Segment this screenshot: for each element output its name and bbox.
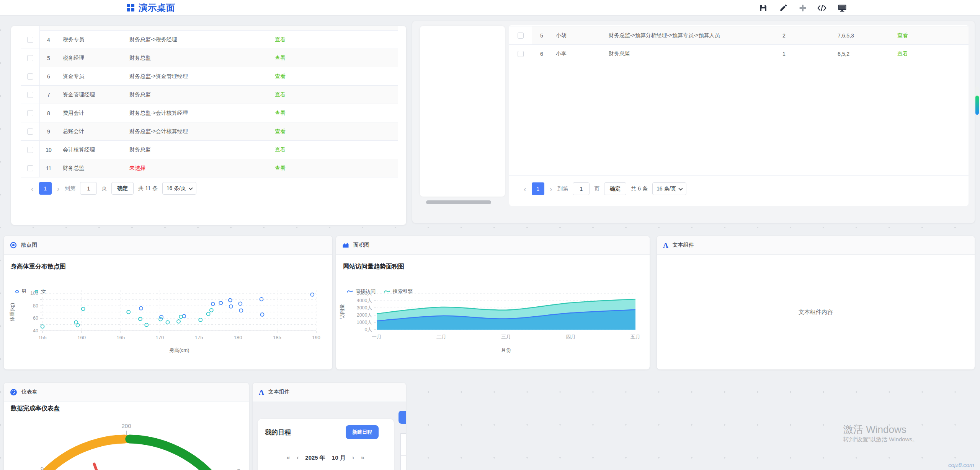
next-month-button[interactable]: › xyxy=(352,454,354,462)
staff-current-page[interactable]: 1 xyxy=(532,182,544,195)
svg-text:一月: 一月 xyxy=(372,334,382,340)
staff-count: 1 xyxy=(777,51,823,57)
horizontal-scrollbar-thumb[interactable] xyxy=(426,200,491,204)
table-row: 8费用会计财务总监->会计核算经理查看 xyxy=(21,104,398,122)
table-row: 10会计核算经理财务总监查看 xyxy=(21,141,398,159)
text-panel-header: A 文本组件 xyxy=(657,236,975,255)
svg-text:170: 170 xyxy=(156,335,164,340)
row-checkbox[interactable] xyxy=(27,73,33,80)
staff-pagination: ‹1›到第1页确定共 6 条16 条/页 xyxy=(523,182,686,195)
staff-path: 财务总监->预算分析经理->预算专员->预算人员 xyxy=(609,32,777,39)
staff-total: 共 6 条 xyxy=(631,185,648,192)
row-checkbox[interactable] xyxy=(27,37,33,43)
view-link[interactable]: 查看 xyxy=(270,73,398,80)
row-checkbox[interactable] xyxy=(27,110,33,116)
staff-path: 财务总监 xyxy=(609,50,777,57)
row-index: 8 xyxy=(40,110,57,116)
staff-page-size-select[interactable]: 16 条/页 xyxy=(652,182,686,195)
role-name: 财务总监 xyxy=(57,165,129,172)
save-icon[interactable] xyxy=(758,3,768,13)
row-checkbox[interactable] xyxy=(27,92,33,98)
row-checkbox[interactable] xyxy=(518,51,524,57)
svg-text:40: 40 xyxy=(33,328,38,333)
role-path: 财务总监->会计核算经理 xyxy=(129,110,270,117)
role-name: 资金管理经理 xyxy=(57,91,129,98)
staff-next-button[interactable]: › xyxy=(549,185,553,193)
text-panel-content: 文本组件内容 xyxy=(657,255,975,369)
view-link[interactable]: 查看 xyxy=(270,110,398,117)
roles-table: 4税务专员财务总监->税务经理查看5税务经理财务总监查看6资金专员财务总监->资… xyxy=(21,26,398,177)
calendar-panel-label: 文本组件 xyxy=(268,389,290,395)
view-link[interactable]: 查看 xyxy=(270,91,398,98)
view-link[interactable]: 查看 xyxy=(892,50,969,57)
vertical-scrollbar-track[interactable] xyxy=(975,86,979,115)
horizontal-scrollbar-track[interactable] xyxy=(420,200,505,204)
add-plus-icon[interactable] xyxy=(798,3,808,13)
text-panel: A 文本组件 文本组件内容 xyxy=(657,236,975,369)
staff-prev-button[interactable]: ‹ xyxy=(523,185,527,193)
staff-card: 5小胡财务总监->预算分析经理->预算专员->预算人员27,6,5,3查看6小李… xyxy=(412,21,975,223)
svg-text:3000人: 3000人 xyxy=(357,305,372,311)
view-link[interactable]: 查看 xyxy=(270,165,398,172)
roles-next-button[interactable]: › xyxy=(56,185,60,192)
next-year-button[interactable]: » xyxy=(361,454,364,462)
roles-jump-input[interactable]: 1 xyxy=(80,182,97,195)
row-index: 6 xyxy=(40,73,57,80)
role-path: 财务总监->会计核算经理 xyxy=(129,128,270,135)
roles-current-page[interactable]: 1 xyxy=(39,182,52,195)
svg-text:190: 190 xyxy=(312,335,320,340)
prev-year-button[interactable]: « xyxy=(286,454,290,462)
roles-confirm-button[interactable]: 确定 xyxy=(111,182,134,195)
row-checkbox[interactable] xyxy=(27,147,33,153)
code-icon[interactable] xyxy=(817,3,827,13)
chevron-down-icon xyxy=(188,185,193,190)
clipped-button[interactable] xyxy=(399,411,406,424)
roles-page-size-select[interactable]: 16 条/页 xyxy=(162,182,196,195)
scatter-chart: 406080100155160165170175180185190体重(kg)身… xyxy=(4,236,332,369)
roles-prev-button[interactable]: ‹ xyxy=(30,185,34,192)
staff-jump-input[interactable]: 1 xyxy=(573,182,590,195)
svg-text:0: 0 xyxy=(235,468,242,470)
prev-month-button[interactable]: ‹ xyxy=(297,454,299,462)
calendar-panel-header: A 文本组件 xyxy=(253,383,406,402)
table-row: 11财务总监未选择查看 xyxy=(21,159,398,177)
svg-text:155: 155 xyxy=(38,335,47,340)
vertical-scrollbar-thumb[interactable] xyxy=(975,96,979,115)
role-name: 税务经理 xyxy=(57,55,129,62)
role-path: 财务总监->资金管理经理 xyxy=(129,73,270,80)
row-checkbox[interactable] xyxy=(27,128,33,135)
table-row: 5小胡财务总监->预算分析经理->预算专员->预算人员27,6,5,3查看 xyxy=(509,26,969,45)
svg-text:80: 80 xyxy=(33,303,38,309)
table-row: 9总账会计财务总监->会计核算经理查看 xyxy=(21,122,398,141)
role-name: 会计核算经理 xyxy=(57,146,129,153)
monitor-icon[interactable] xyxy=(837,3,847,13)
row-index: 4 xyxy=(40,37,57,43)
staff-confirm-button[interactable]: 确定 xyxy=(604,182,626,195)
partial-row xyxy=(21,26,398,31)
view-link[interactable]: 查看 xyxy=(270,55,398,62)
new-schedule-button[interactable]: 新建日程 xyxy=(346,425,379,439)
edit-pencil-icon[interactable] xyxy=(778,3,788,13)
row-index: 7 xyxy=(40,92,57,98)
roles-total: 共 11 条 xyxy=(138,185,157,192)
view-link[interactable]: 查看 xyxy=(892,32,969,39)
row-checkbox[interactable] xyxy=(27,55,33,61)
row-checkbox[interactable] xyxy=(27,165,33,171)
row-index: 11 xyxy=(40,165,57,171)
staff-list: 7,6,5,3 xyxy=(823,33,892,39)
row-checkbox[interactable] xyxy=(518,33,524,39)
calendar-nav: « ‹ 2025 年 10 月 › » xyxy=(262,454,389,462)
svg-text:二月: 二月 xyxy=(436,334,446,340)
view-link[interactable]: 查看 xyxy=(270,36,398,43)
role-name: 税务专员 xyxy=(57,36,129,43)
roles-table-card: 4税务专员财务总监->税务经理查看5税务经理财务总监查看6资金专员财务总监->资… xyxy=(11,26,406,225)
staff-name: 小李 xyxy=(551,50,609,57)
gauge-panel: 仪表盘 数据完成率仪表盘 20000 xyxy=(4,383,249,470)
app-grid-icon xyxy=(126,3,135,12)
view-link[interactable]: 查看 xyxy=(270,146,398,153)
svg-text:165: 165 xyxy=(116,335,125,340)
calendar-body: 我的日程 新建日程 « ‹ 2025 年 10 月 › » 日一二三四五六 xyxy=(253,402,406,470)
view-link[interactable]: 查看 xyxy=(270,128,398,135)
row-index: 5 xyxy=(40,55,57,61)
corner-site-link: cojz8.com xyxy=(948,462,974,468)
